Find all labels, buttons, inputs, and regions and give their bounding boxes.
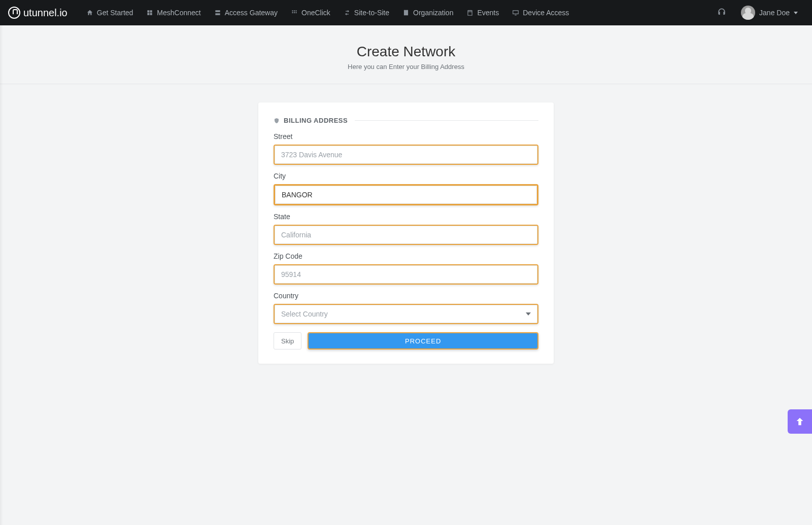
country-value: Select Country (281, 310, 328, 318)
arrow-up-icon (794, 416, 805, 427)
section-title: BILLING ADDRESS (284, 117, 348, 124)
billing-card: BILLING ADDRESS Street City State Zip Co… (258, 102, 554, 364)
page-title: Create Network (0, 44, 812, 60)
brand-logo[interactable]: utunnel.io (8, 7, 67, 19)
proceed-highlight: PROCEED (308, 332, 538, 349)
zip-input[interactable] (275, 265, 537, 284)
street-label: Street (274, 132, 538, 141)
svg-point-3 (292, 12, 293, 13)
calendar-icon (466, 9, 473, 16)
user-name: Jane Doe (759, 9, 790, 17)
nav-label: OneClick (301, 9, 330, 17)
apps-icon (291, 9, 298, 16)
country-label: Country (274, 292, 538, 300)
topbar: utunnel.io Get Started MeshConnect Acces… (0, 0, 812, 25)
zip-highlight (274, 264, 538, 285)
nav-label: MeshConnect (157, 9, 200, 17)
nav-label: Access Gateway (225, 9, 278, 17)
chevron-down-icon (794, 12, 798, 14)
home-icon (86, 9, 93, 16)
chevron-down-icon (526, 312, 531, 316)
section-header: BILLING ADDRESS (274, 117, 538, 124)
zip-label: Zip Code (274, 252, 538, 260)
nav-meshconnect[interactable]: MeshConnect (140, 0, 207, 25)
state-label: State (274, 213, 538, 221)
building-icon (402, 9, 410, 16)
headset-icon (717, 7, 727, 17)
city-input[interactable] (275, 186, 537, 204)
nav-access-gateway[interactable]: Access Gateway (208, 0, 284, 25)
server-icon (214, 9, 221, 16)
nav-label: Events (477, 9, 499, 17)
country-highlight: Select Country (274, 304, 538, 324)
nav-label: Get Started (97, 9, 133, 17)
sitetosite-icon (344, 9, 351, 16)
svg-point-2 (295, 10, 296, 11)
scroll-top-button[interactable] (788, 409, 812, 434)
section-divider (355, 120, 538, 121)
nav-get-started[interactable]: Get Started (80, 0, 140, 25)
avatar (741, 6, 755, 20)
state-input[interactable] (275, 226, 537, 244)
street-highlight (274, 145, 538, 165)
country-select[interactable]: Select Country (275, 305, 537, 323)
user-menu[interactable]: Jane Doe (735, 6, 804, 20)
nav-label: Device Access (523, 9, 569, 17)
nav-site-to-site[interactable]: Site-to-Site (337, 0, 396, 25)
monitor-icon (512, 9, 519, 16)
main-nav: Get Started MeshConnect Access Gateway O… (80, 0, 576, 25)
page-header: Create Network Here you can Enter your B… (0, 25, 812, 84)
proceed-button[interactable]: PROCEED (309, 333, 537, 348)
nav-organization[interactable]: Organization (396, 0, 460, 25)
svg-point-1 (294, 10, 295, 11)
form-actions: Skip PROCEED (274, 332, 538, 349)
nav-device-access[interactable]: Device Access (505, 0, 576, 25)
left-shadow (0, 25, 3, 525)
support-button[interactable] (708, 7, 735, 19)
nav-events[interactable]: Events (460, 0, 505, 25)
state-highlight (274, 225, 538, 245)
page-subtitle: Here you can Enter your Billing Address (0, 63, 812, 71)
shield-icon (274, 117, 280, 124)
svg-point-5 (295, 12, 296, 13)
city-highlight (274, 184, 538, 205)
svg-point-0 (292, 10, 293, 11)
nav-label: Site-to-Site (354, 9, 389, 17)
brand-name: utunnel.io (23, 7, 67, 19)
svg-point-4 (294, 12, 295, 13)
city-label: City (274, 172, 538, 180)
nav-oneclick[interactable]: OneClick (284, 0, 337, 25)
logo-icon (8, 7, 20, 19)
mesh-icon (146, 9, 153, 16)
street-input[interactable] (275, 146, 537, 164)
nav-label: Organization (413, 9, 453, 17)
skip-button[interactable]: Skip (274, 332, 301, 349)
